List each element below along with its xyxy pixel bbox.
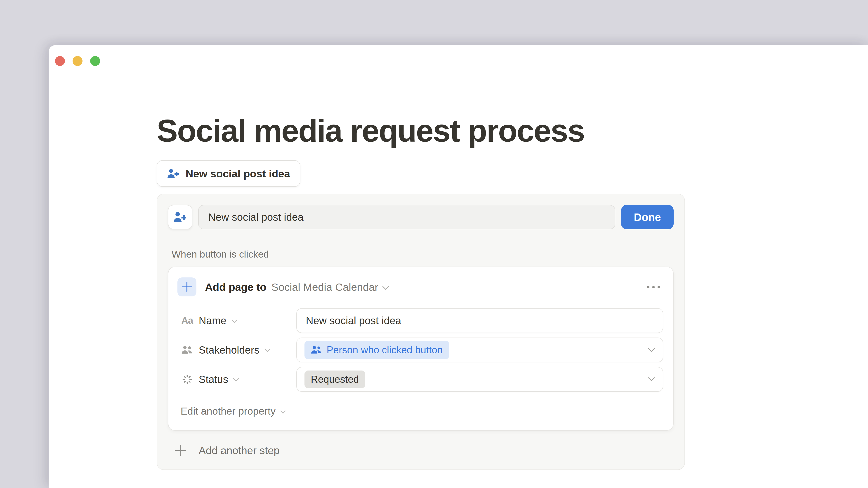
property-label: Name: [199, 315, 226, 327]
automation-step-card: Add page to Social Media Calendar: [168, 267, 674, 431]
property-row-status: Status Requested: [181, 367, 663, 392]
property-label: Status: [199, 373, 228, 385]
property-status-selector[interactable]: Status: [181, 373, 296, 385]
editor-header: New social post idea Done: [168, 205, 674, 229]
chevron-down-icon: [265, 347, 270, 353]
people-icon: [311, 345, 322, 355]
chevron-down-icon: [280, 410, 286, 414]
step-header: Add page to Social Media Calendar: [178, 278, 663, 296]
new-social-post-idea-button[interactable]: New social post idea: [157, 160, 301, 187]
button-editor-panel: New social post idea Done When button is…: [157, 194, 685, 470]
property-value-text: New social post idea: [305, 315, 401, 327]
edit-another-property-button[interactable]: Edit another property: [181, 405, 286, 417]
ellipsis-icon: [647, 286, 660, 289]
step-action-label: Add page to: [205, 281, 267, 293]
page-title: Social media request process: [157, 112, 685, 149]
button-icon-picker[interactable]: [168, 205, 192, 229]
property-stakeholders-selector[interactable]: Stakeholders: [181, 344, 296, 356]
person-tag: Person who clicked button: [305, 341, 449, 359]
person-tag-label: Person who clicked button: [327, 344, 443, 356]
chevron-down-icon: [648, 348, 655, 352]
edit-another-property-label: Edit another property: [181, 405, 276, 417]
add-another-step-label: Add another step: [199, 444, 280, 457]
close-window-button[interactable]: [55, 56, 65, 66]
person-plus-icon: [173, 211, 187, 223]
person-plus-icon: [167, 168, 180, 179]
plus-icon: [174, 444, 187, 457]
property-label: Stakeholders: [199, 344, 259, 356]
plus-icon: [181, 281, 193, 293]
status-icon: [181, 374, 194, 385]
app-window: Social media request process New social …: [49, 45, 868, 488]
property-row-name: Aa Name New social post idea: [181, 308, 663, 333]
chevron-down-icon: [231, 318, 237, 324]
chevron-down-icon: [233, 376, 239, 383]
property-row-stakeholders: Stakeholders: [181, 337, 663, 362]
page-content: Social media request process New social …: [157, 45, 685, 488]
step-target-select[interactable]: Social Media Calendar: [272, 281, 389, 293]
chevron-down-icon: [648, 377, 655, 382]
people-icon: [181, 345, 194, 355]
property-stakeholders-value-input[interactable]: Person who clicked button: [296, 337, 663, 362]
zoom-window-button[interactable]: [90, 56, 100, 66]
status-tag: Requested: [305, 370, 365, 388]
button-label: New social post idea: [186, 167, 290, 180]
button-name-input[interactable]: New social post idea: [198, 205, 615, 229]
done-button[interactable]: Done: [621, 205, 674, 229]
add-another-step-button[interactable]: Add another step: [174, 444, 280, 457]
step-menu-button[interactable]: [647, 286, 660, 289]
property-name-value-input[interactable]: New social post idea: [296, 308, 663, 333]
minimize-window-button[interactable]: [72, 56, 83, 66]
window-controls: [55, 56, 100, 66]
trigger-label: When button is clicked: [172, 249, 674, 260]
desktop-background: Social media request process New social …: [0, 0, 868, 488]
property-name-selector[interactable]: Aa Name: [181, 315, 296, 327]
chevron-down-icon: [382, 286, 389, 290]
button-name-value: New social post idea: [208, 211, 304, 223]
text-icon: Aa: [181, 315, 194, 326]
step-target-label: Social Media Calendar: [272, 281, 378, 293]
add-page-icon: [178, 278, 196, 296]
property-status-value-input[interactable]: Requested: [296, 367, 663, 392]
